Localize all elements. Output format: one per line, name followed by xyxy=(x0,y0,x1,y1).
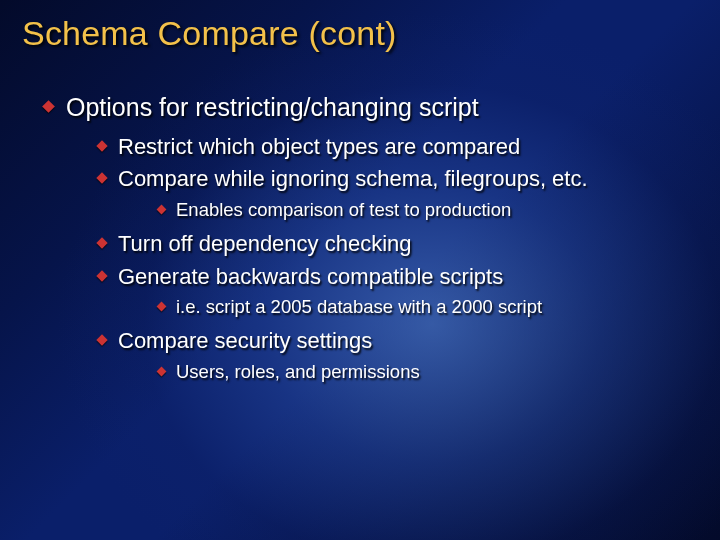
bullet-text: Enables comparison of test to production xyxy=(176,199,511,220)
bullet-text: Generate backwards compatible scripts xyxy=(118,264,503,289)
list-item: Generate backwards compatible scripts i.… xyxy=(66,262,698,321)
list-item: Compare security settings Users, roles, … xyxy=(66,326,698,385)
bullet-text: i.e. script a 2005 database with a 2000 … xyxy=(176,296,542,317)
bullet-text: Users, roles, and permissions xyxy=(176,361,420,382)
bullet-text: Restrict which object types are compared xyxy=(118,134,520,159)
slide-title: Schema Compare (cont) xyxy=(22,14,698,53)
list-item: Turn off dependency checking xyxy=(66,229,698,259)
bullet-text: Compare while ignoring schema, filegroup… xyxy=(118,166,588,191)
bullet-list-lvl2: Restrict which object types are compared… xyxy=(66,132,698,385)
list-item: Options for restricting/changing script … xyxy=(22,91,698,385)
bullet-list-lvl3: i.e. script a 2005 database with a 2000 … xyxy=(118,295,698,320)
list-item: i.e. script a 2005 database with a 2000 … xyxy=(118,295,698,320)
bullet-text: Options for restricting/changing script xyxy=(66,93,479,121)
bullet-list-lvl3: Users, roles, and permissions xyxy=(118,360,698,385)
list-item: Restrict which object types are compared xyxy=(66,132,698,162)
list-item: Enables comparison of test to production xyxy=(118,198,698,223)
bullet-list-lvl1: Options for restricting/changing script … xyxy=(22,91,698,385)
list-item: Compare while ignoring schema, filegroup… xyxy=(66,164,698,223)
slide: Schema Compare (cont) Options for restri… xyxy=(0,0,720,540)
bullet-text: Turn off dependency checking xyxy=(118,231,412,256)
bullet-text: Compare security settings xyxy=(118,328,372,353)
bullet-list-lvl3: Enables comparison of test to production xyxy=(118,198,698,223)
list-item: Users, roles, and permissions xyxy=(118,360,698,385)
